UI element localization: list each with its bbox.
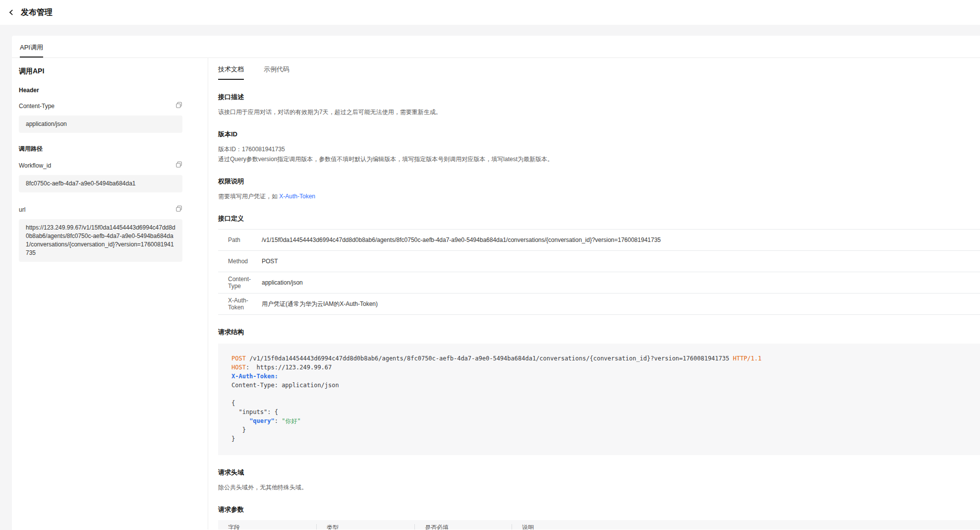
doc-panel: 技术文档 示例代码 接口描述 该接口用于应用对话，对话的有效期为7天，超过之后可… xyxy=(208,58,980,530)
copy-content-type-button[interactable] xyxy=(175,102,182,111)
code-host-value: : https://123.249.99.67 xyxy=(246,364,332,371)
table-row: Method POST xyxy=(218,251,980,272)
tab-sample-code[interactable]: 示例代码 xyxy=(264,65,289,80)
doc-tab-bar: 技术文档 示例代码 xyxy=(218,65,980,80)
code-query-key: "query" xyxy=(249,417,275,424)
def-row-label: X-Auth-Token xyxy=(218,297,262,311)
code-line: POST /v1/15f0da14454443d6994c47dd8d0b8ab… xyxy=(231,354,970,363)
code-line: "query": "你好" xyxy=(231,416,970,425)
code-method: POST xyxy=(231,355,246,362)
tab-tech-doc[interactable]: 技术文档 xyxy=(218,65,244,80)
url-value: https://123.249.99.67/v1/15f0da14454443d… xyxy=(19,219,182,262)
copy-workflow-id-button[interactable] xyxy=(175,161,182,170)
table-row: Path /v1/15f0da14454443d6994c47dd8d0b8ab… xyxy=(218,230,980,251)
call-path-section-title: 调用路径 xyxy=(19,145,208,153)
code-path: /v1/15f0da14454443d6994c47dd8d0b8ab6/age… xyxy=(246,355,729,362)
code-line: } xyxy=(231,434,970,443)
table-row: X-Auth-Token 用户凭证(通常为华为云IAM的X-Auth-Token… xyxy=(218,294,980,315)
header-section-title: Header xyxy=(19,87,208,94)
code-line: "inputs": { xyxy=(231,408,970,416)
url-label: url xyxy=(19,206,25,213)
content-type-value: application/json xyxy=(19,116,182,133)
version-id-text: 版本ID：1760081941735 通过Query参数version指定调用版… xyxy=(218,144,980,164)
request-headers-title: 请求头域 xyxy=(218,468,980,477)
code-query-value: "你好" xyxy=(282,417,300,424)
table-row: Content-Type application/json xyxy=(218,272,980,294)
back-chevron-icon xyxy=(8,9,15,16)
content-type-label: Content-Type xyxy=(19,103,55,110)
interface-def-title: 接口定义 xyxy=(218,214,980,223)
back-button[interactable] xyxy=(8,9,15,16)
call-api-title: 调用API xyxy=(19,67,208,76)
request-params-table: 字段 类型 是否必填 说明 query string 是 用户问题，作为运行Ag… xyxy=(218,520,980,530)
params-header-desc: 说明 xyxy=(512,524,980,530)
params-header-type: 类型 xyxy=(317,524,415,530)
version-id-title: 版本ID xyxy=(218,130,980,139)
copy-icon xyxy=(175,102,182,111)
call-api-panel: 调用API Header Content-Type application/js… xyxy=(12,58,208,530)
copy-icon xyxy=(175,205,182,214)
code-line: HOST: https://123.249.99.67 xyxy=(231,363,970,372)
interface-desc-title: 接口描述 xyxy=(218,93,980,102)
code-indent xyxy=(231,417,249,424)
code-http-version: HTTP/1.1 xyxy=(729,355,761,362)
request-struct-code: POST /v1/15f0da14454443d6994c47dd8d0b8ab… xyxy=(218,344,980,455)
request-params-title: 请求参数 xyxy=(218,505,980,514)
copy-icon xyxy=(175,161,182,170)
def-row-label: Content-Type xyxy=(218,276,262,290)
tab-api-call[interactable]: API调用 xyxy=(20,43,43,58)
def-row-value: POST xyxy=(262,258,278,265)
def-row-value: /v1/15f0da14454443d6994c47dd8d0b8ab6/age… xyxy=(262,236,661,243)
code-xauthtoken-key: X-Auth-Token: xyxy=(231,373,278,380)
def-row-value: application/json xyxy=(262,279,303,286)
interface-desc-text: 该接口用于应用对话，对话的有效期为7天，超过之后可能无法使用，需要重新生成。 xyxy=(218,107,980,117)
x-auth-token-link[interactable]: X-Auth-Token xyxy=(279,193,315,200)
interface-def-table: Path /v1/15f0da14454443d6994c47dd8d0b8ab… xyxy=(218,229,980,315)
code-line: { xyxy=(231,399,970,408)
permission-title: 权限说明 xyxy=(218,177,980,186)
version-id-line1: 版本ID：1760081941735 xyxy=(218,144,980,154)
request-struct-title: 请求结构 xyxy=(218,328,980,337)
code-line: } xyxy=(231,425,970,434)
params-header-required: 是否必填 xyxy=(415,524,512,530)
api-call-card: API调用 调用API Header Content-Type applicat… xyxy=(12,36,980,530)
params-header-field: 字段 xyxy=(218,524,317,530)
permission-text-prefix: 需要填写用户凭证，如 xyxy=(218,193,279,200)
permission-text: 需要填写用户凭证，如 X-Auth-Token xyxy=(218,191,980,201)
request-headers-text: 除公共头域外，无其他特殊头域。 xyxy=(218,482,980,492)
code-host-key: HOST xyxy=(231,364,246,371)
code-line xyxy=(231,390,970,399)
version-id-line2: 通过Query参数version指定调用版本，参数值不填时默认为编辑版本，填写指… xyxy=(218,154,980,164)
card-tab-bar: API调用 xyxy=(12,36,980,58)
def-row-label: Path xyxy=(218,236,262,243)
params-header-row: 字段 类型 是否必填 说明 xyxy=(218,520,980,530)
code-line: X-Auth-Token: xyxy=(231,372,970,381)
code-line: Content-Type: application/json xyxy=(231,381,970,390)
copy-url-button[interactable] xyxy=(175,205,182,214)
def-row-value: 用户凭证(通常为华为云IAM的X-Auth-Token) xyxy=(262,300,378,308)
top-title-bar: 发布管理 xyxy=(0,0,980,25)
workflow-id-label: Workflow_id xyxy=(19,162,51,169)
def-row-label: Method xyxy=(218,258,262,265)
workflow-id-value: 8fc0750c-aefb-4da7-a9e0-5494ba684da1 xyxy=(19,175,182,192)
code-sep: : xyxy=(275,417,282,424)
page-title: 发布管理 xyxy=(21,7,53,18)
